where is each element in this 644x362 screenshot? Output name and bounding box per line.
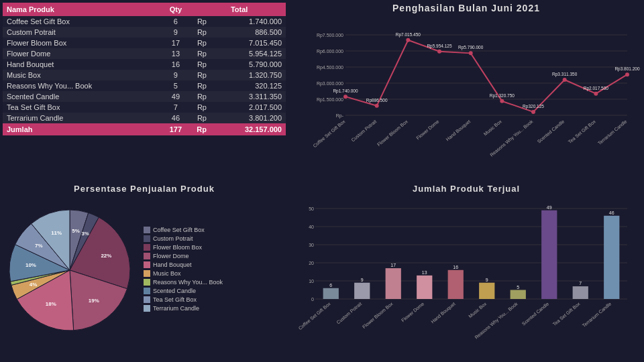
svg-rect-90 <box>604 216 619 299</box>
svg-text:Flower Dome: Flower Dome <box>415 119 439 140</box>
svg-text:50: 50 <box>309 206 314 211</box>
cell-amount: 5.790.000 <box>211 59 286 70</box>
svg-text:13: 13 <box>422 270 427 275</box>
cell-qty: 13 <box>159 48 193 59</box>
svg-text:9: 9 <box>361 278 364 282</box>
legend-color <box>144 253 150 259</box>
svg-text:Rp5.954.125: Rp5.954.125 <box>427 44 452 49</box>
legend-label: Custom Potrait <box>153 235 193 242</box>
svg-rect-75 <box>448 270 464 299</box>
svg-text:Rp1.740.000: Rp1.740.000 <box>333 88 358 94</box>
svg-text:Coffee Set Gift Box: Coffee Set Gift Box <box>298 301 332 330</box>
svg-text:Rp1.320.750: Rp1.320.750 <box>490 93 515 99</box>
cell-rp: Rp <box>193 59 211 70</box>
cell-qty: 9 <box>159 70 193 80</box>
svg-text:Rp3.801.200: Rp3.801.200 <box>614 66 640 72</box>
cell-amount: 5.954.125 <box>211 48 286 59</box>
svg-text:46: 46 <box>609 210 614 215</box>
cell-name: Terrarium Candle <box>3 113 159 123</box>
svg-rect-69 <box>386 268 401 299</box>
table-row: Terrarium Candle 46 Rp 3.801.200 <box>3 113 286 123</box>
svg-text:Music Box: Music Box <box>483 119 503 136</box>
svg-text:0: 0 <box>311 297 314 302</box>
col-header-rp: Total <box>193 3 286 16</box>
table-row: Flower Dome 13 Rp 5.954.125 <box>3 48 286 59</box>
legend-item: Custom Potrait <box>144 235 223 242</box>
cell-name: Scented Candle <box>3 91 159 102</box>
svg-rect-81 <box>511 290 526 300</box>
legend-label: Scented Candle <box>153 288 196 294</box>
svg-text:30: 30 <box>309 243 314 247</box>
svg-text:22%: 22% <box>101 253 111 259</box>
svg-text:Hand Bouquet: Hand Bouquet <box>445 119 472 142</box>
cell-qty: 5 <box>159 80 193 91</box>
svg-text:17: 17 <box>390 263 396 267</box>
legend-item: Hand Bouquet <box>144 261 223 268</box>
cell-amount: 1.740.000 <box>211 16 286 27</box>
svg-point-39 <box>625 72 629 76</box>
line-chart-svg: Rp7.500.000Rp6.000.000Rp4.500.000Rp3.000… <box>294 15 639 162</box>
svg-text:6: 6 <box>329 283 332 288</box>
svg-text:Scented Candle: Scented Candle <box>537 119 566 143</box>
pie-svg: 5%3%22%19%18%4%10%7%11% <box>3 203 137 337</box>
legend-color <box>144 227 150 233</box>
cell-rp: Rp <box>193 113 211 123</box>
bar-chart-svg: 504030201006Coffee Set Gift Box9Custom P… <box>294 195 639 349</box>
legend-item: Music Box <box>144 270 223 277</box>
svg-point-27 <box>500 99 504 103</box>
legend-color <box>144 261 150 268</box>
svg-text:11%: 11% <box>51 230 62 236</box>
svg-point-36 <box>594 92 598 96</box>
svg-text:Rp886.500: Rp886.500 <box>366 98 388 103</box>
legend-color <box>144 270 150 277</box>
svg-text:Rp3.311.350: Rp3.311.350 <box>552 72 578 77</box>
svg-text:Coffee Set Gift Box: Coffee Set Gift Box <box>312 119 346 148</box>
table-row: Scented Candle 49 Rp 3.311.350 <box>3 91 286 102</box>
svg-rect-72 <box>417 276 432 299</box>
svg-point-15 <box>375 104 379 108</box>
svg-text:40: 40 <box>309 225 314 229</box>
bar-chart-title: Jumlah Produk Terjual <box>294 184 639 194</box>
table-row: Reasons Why You... Book 5 Rp 320.125 <box>3 80 286 91</box>
svg-rect-87 <box>573 286 588 299</box>
svg-point-12 <box>343 95 347 99</box>
svg-text:Rp7.015.450: Rp7.015.450 <box>396 32 421 38</box>
cell-amount: 320.125 <box>211 80 286 91</box>
svg-point-30 <box>531 110 535 114</box>
svg-rect-63 <box>323 288 339 299</box>
cell-name: Flower Dome <box>3 48 159 59</box>
legend-label: Reasons Why You... Book <box>153 279 223 286</box>
cell-name: Music Box <box>3 70 159 80</box>
svg-text:Tea Set Gift Box: Tea Set Gift Box <box>568 119 597 144</box>
legend-item: Terrarium Candle <box>144 305 223 312</box>
col-header-name: Nama Produk <box>3 3 159 16</box>
svg-text:5: 5 <box>517 285 519 290</box>
cell-qty: 49 <box>159 91 193 102</box>
col-header-qty: Qty <box>159 3 193 16</box>
legend-item: Reasons Why You... Book <box>144 279 223 286</box>
line-chart-section: Penghasilan Bulan Juni 2021 Rp7.500.000R… <box>288 0 644 181</box>
table-row: Tea Set Gift Box 7 Rp 2.017.500 <box>3 102 286 113</box>
table-row: Hand Bouquet 16 Rp 5.790.000 <box>3 59 286 70</box>
svg-text:20: 20 <box>309 261 314 265</box>
legend-item: Coffee Set Gift Box <box>144 227 223 233</box>
cell-amount: 886.500 <box>211 27 286 38</box>
svg-text:19%: 19% <box>89 298 99 304</box>
legend-color <box>144 305 150 312</box>
pie-legend: Coffee Set Gift BoxCustom PotraitFlower … <box>144 227 223 314</box>
svg-text:9: 9 <box>486 278 488 282</box>
svg-text:Rp1.500.000: Rp1.500.000 <box>317 97 343 103</box>
svg-rect-66 <box>354 283 370 299</box>
svg-text:Flower Dome: Flower Dome <box>400 301 425 322</box>
bar-section: Jumlah Produk Terjual 504030201006Coffee… <box>288 181 644 362</box>
svg-text:49: 49 <box>547 205 552 210</box>
svg-text:Custom Potrait: Custom Potrait <box>350 119 377 142</box>
svg-text:Scented Candle: Scented Candle <box>521 301 550 326</box>
cell-amount: 2.017.500 <box>211 102 286 113</box>
svg-text:3%: 3% <box>81 231 89 237</box>
legend-label: Hand Bouquet <box>153 261 192 268</box>
footer-label: Jumlah <box>3 123 159 135</box>
svg-text:Tea Set Gift Box: Tea Set Gift Box <box>552 301 582 326</box>
legend-label: Tea Set Gift Box <box>153 296 197 303</box>
pie-section: Persentase Penjualan Produk 5%3%22%19%18… <box>0 181 288 362</box>
